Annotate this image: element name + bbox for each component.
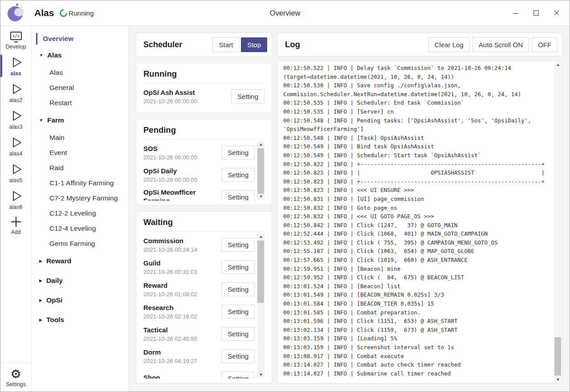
task-info: Dorm2021-10-26 04:19:27 xyxy=(143,348,221,364)
rail-instance-alas2[interactable]: alas2 xyxy=(0,79,31,106)
task-setting-button[interactable]: Setting xyxy=(221,190,255,201)
task-row-commission: Commission2021-10-26 00:24:14Setting xyxy=(143,233,255,256)
rail-instance-alas6[interactable]: alas6 xyxy=(0,186,31,213)
pending-scrollbar[interactable] xyxy=(257,141,265,200)
task-row-sos: SOS2021-10-26 00:00:00Setting xyxy=(143,141,255,163)
scroll-up-icon[interactable] xyxy=(554,61,562,68)
log-line: 00:12:50.823 | INFO | | OPSIASHASSIST | xyxy=(283,168,549,177)
sidebar-item-c12-4-leveling[interactable]: C12-4 Leveling xyxy=(32,221,128,236)
task-setting-button[interactable]: Setting xyxy=(221,372,255,379)
sidebar-item-event[interactable]: Event xyxy=(32,145,128,160)
instance-rail: </> Develop alasalas2alas3alas4alas5alas… xyxy=(0,26,32,392)
task-setting-button[interactable]: Setting xyxy=(221,168,255,182)
log-line: 00:13:03.159 | INFO | Screenshot interva… xyxy=(283,343,549,352)
task-setting-button[interactable]: Setting xyxy=(221,349,255,363)
task-setting-button[interactable]: Setting xyxy=(221,238,255,252)
rail-item-settings[interactable]: ⚙ Settings xyxy=(0,363,31,392)
sidebar-group-alas[interactable]: ▼Alas xyxy=(32,45,128,65)
rail-item-develop[interactable]: </> Develop xyxy=(0,29,31,53)
sidebar-item-c12-2-leveling[interactable]: C12-2 Leveling xyxy=(32,206,128,221)
log-line: 00:12:59.952 | INFO | Click ( 84, 675) @… xyxy=(283,273,549,282)
task-name: OpSi Ash Assist xyxy=(143,88,228,97)
log-scrollbar[interactable] xyxy=(554,61,562,383)
app-logo-icon xyxy=(7,3,26,23)
task-name: SOS xyxy=(143,144,218,153)
rail-instance-list: alasalas2alas3alas4alas5alas6 xyxy=(0,53,31,213)
sidebar-item-alas[interactable]: Alas xyxy=(32,65,128,80)
task-setting-button[interactable]: Setting xyxy=(231,90,265,103)
sidebar-group-daily[interactable]: ▶Daily xyxy=(32,271,128,290)
task-row-opsi-ash-assist: OpSi Ash Assist2021-10-26 00:00:00Settin… xyxy=(143,85,265,107)
scroll-up-icon[interactable] xyxy=(257,141,265,147)
sidebar-item-c1-1-affinity-farming[interactable]: C1-1 Affinity Farming xyxy=(32,176,128,191)
close-button[interactable] xyxy=(546,0,567,25)
scroll-down-icon[interactable] xyxy=(554,376,562,383)
play-icon xyxy=(8,135,24,150)
sidebar-item-gems-farming[interactable]: Gems Farming xyxy=(32,236,128,251)
app-window: Alas Running Overview </> xyxy=(0,0,570,392)
sidebar-group-label: Alas xyxy=(47,51,62,59)
task-name: OpSi Meowfficer Farming xyxy=(143,188,218,201)
task-info: Tactical2021-10-26 02:45:50 xyxy=(143,326,221,342)
sidebar-group-tools[interactable]: ▶Tools xyxy=(32,310,128,330)
task-setting-button[interactable]: Setting xyxy=(221,282,255,296)
rail-item-add[interactable]: Add xyxy=(0,213,31,238)
task-info: OpSi Meowfficer Farming xyxy=(143,188,221,201)
running-spinner-icon xyxy=(58,8,69,18)
scrollbar-thumb[interactable] xyxy=(257,148,264,194)
minimize-button[interactable] xyxy=(505,0,526,25)
task-name: Commission xyxy=(143,237,218,245)
sidebar-group-opsi[interactable]: ▶OpSi xyxy=(32,290,128,310)
rail-instance-alas4[interactable]: alas4 xyxy=(0,133,31,159)
stop-button[interactable]: Stop xyxy=(241,37,267,52)
sidebar-item-c7-2-mystery-farming[interactable]: C7-2 Mystery Farming xyxy=(32,191,128,206)
task-setting-button[interactable]: Setting xyxy=(221,146,255,159)
running-section-title: Running xyxy=(143,69,265,83)
sidebar-item-raid[interactable]: Raid xyxy=(32,160,128,176)
sidebar-item-restart[interactable]: Restart xyxy=(32,95,128,110)
task-name: OpSi Daily xyxy=(143,167,218,175)
task-row-opsi-meowfficer-farming: OpSi Meowfficer FarmingSetting xyxy=(143,186,255,200)
log-line: 00:13:14.027 | INFO | Combat auto check … xyxy=(283,360,549,369)
sidebar-item-overview[interactable]: Overview xyxy=(32,32,128,45)
task-row-dorm: Dorm2021-10-26 04:19:27Setting xyxy=(143,345,255,367)
rail-instance-alas[interactable]: alas xyxy=(0,53,31,79)
waiting-scrollbar[interactable] xyxy=(257,233,265,378)
rail-instance-label: alas xyxy=(10,70,21,77)
sidebar-group-reward[interactable]: ▶Reward xyxy=(32,251,128,271)
task-setting-button[interactable]: Setting xyxy=(221,305,255,318)
sidebar-group-label: Reward xyxy=(46,257,71,265)
chevron-down-icon: ▼ xyxy=(39,118,43,122)
clear-log-button[interactable]: Clear Log xyxy=(428,37,470,52)
sidebar-item-main[interactable]: Main xyxy=(32,130,128,145)
sidebar-item-general[interactable]: General xyxy=(32,80,128,95)
sidebar-group-farm[interactable]: ▼Farm xyxy=(32,110,128,130)
play-icon xyxy=(8,55,24,70)
scroll-up-icon[interactable] xyxy=(257,233,265,240)
scrollbar-thumb[interactable] xyxy=(257,241,264,303)
auto-scroll-on-button[interactable]: Auto Scroll ON xyxy=(472,37,529,52)
maximize-button[interactable] xyxy=(526,0,546,25)
auto-scroll-off-button[interactable]: OFF xyxy=(532,37,558,52)
start-button[interactable]: Start xyxy=(212,37,239,52)
main-content: Scheduler Start Stop Running OpSi Ash As… xyxy=(129,26,570,392)
log-line: 00:13:01.524 | INFO | [Beacon] list xyxy=(283,282,549,291)
log-title: Log xyxy=(285,40,428,49)
scrollbar-thumb[interactable] xyxy=(554,337,561,376)
rail-instance-alas3[interactable]: alas3 xyxy=(0,106,31,133)
rail-instance-alas5[interactable]: alas5 xyxy=(0,159,31,186)
task-setting-button[interactable]: Setting xyxy=(221,327,255,341)
task-setting-button[interactable]: Setting xyxy=(221,260,255,274)
task-next-run-time: 2021-10-26 02:45:50 xyxy=(143,335,218,342)
task-next-run-time: 2021-10-26 02:16:02 xyxy=(143,313,218,320)
rail-instance-label: alas5 xyxy=(9,177,23,184)
running-card: Running OpSi Ash Assist2021-10-26 00:00:… xyxy=(136,63,272,113)
scroll-down-icon[interactable] xyxy=(257,372,265,378)
log-line: 00:13:01.584 | INFO | [BEACON_TIER 0.035… xyxy=(283,299,549,308)
scroll-down-icon[interactable] xyxy=(257,193,265,200)
task-next-run-time: 2021-10-26 00:00:00 xyxy=(143,98,228,105)
log-line: 00:12:50.832 | INFO | Goto page_os xyxy=(283,204,549,212)
task-row-shop: ShopSetting xyxy=(143,367,255,379)
chevron-right-icon: ▶ xyxy=(39,259,42,263)
task-sidebar: Overview ▼AlasAlasGeneralRestart▼FarmMai… xyxy=(32,26,129,392)
